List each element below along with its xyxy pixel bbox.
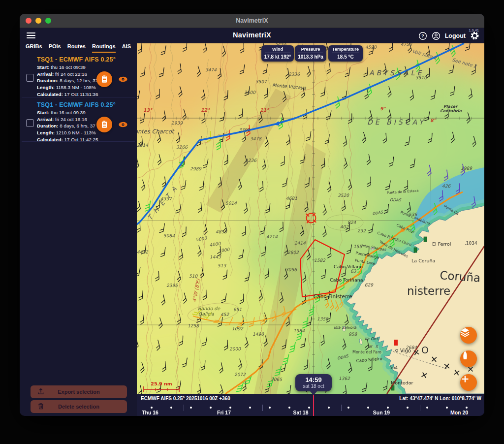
- timeline-tick-dot: [229, 407, 231, 409]
- layers-button[interactable]: [460, 327, 477, 344]
- export-selection-button[interactable]: Export selection: [31, 385, 127, 398]
- timeline-day-label: Sun 19: [373, 410, 390, 415]
- logout-button[interactable]: Logout: [445, 32, 466, 39]
- svg-text:Cantabria: Cantabria: [440, 109, 462, 113]
- svg-text:510: 510: [189, 274, 198, 279]
- svg-text:ODAS: ODAS: [390, 198, 402, 202]
- routing-checkbox[interactable]: [26, 74, 34, 82]
- boat-icon: [460, 350, 470, 360]
- svg-text:11°: 11°: [260, 107, 269, 113]
- svg-text:Cabo Finisterre: Cabo Finisterre: [314, 293, 352, 299]
- svg-text:Vigo: Vigo: [400, 348, 411, 353]
- layers-icon: [460, 327, 470, 337]
- svg-text:DE BISCAY: DE BISCAY: [367, 118, 426, 126]
- svg-text:La Coruña: La Coruña: [411, 258, 435, 263]
- timeline-tick-dot: [328, 407, 330, 409]
- routing-field: Length: 1158.3 NM - 108%: [37, 84, 137, 91]
- svg-text:ABYSSALE: ABYSSALE: [369, 69, 424, 77]
- grib-info-label: ECMWF AIFS 0.25° 20251016 00Z +360: [141, 396, 230, 401]
- app-header: NavimetriX 1.0.41 ? Logout: [20, 28, 484, 43]
- svg-text:2414: 2414: [294, 241, 306, 246]
- svg-text:1582: 1582: [314, 258, 326, 263]
- svg-text:13°: 13°: [143, 107, 153, 113]
- svg-text:1984: 1984: [293, 328, 305, 333]
- svg-text:3507: 3507: [255, 79, 267, 84]
- svg-text:Galicia: Galicia: [198, 311, 214, 317]
- routing-visibility-eye-icon[interactable]: [118, 76, 128, 83]
- add-button[interactable]: [460, 374, 477, 391]
- routing-checkbox[interactable]: [26, 119, 34, 127]
- svg-text:3474: 3474: [205, 67, 217, 72]
- zoom-window-button[interactable]: [45, 18, 51, 24]
- svg-text:Placer: Placer: [443, 104, 458, 109]
- svg-text:3065: 3065: [271, 377, 283, 382]
- svg-text:Isla Salvora: Isla Salvora: [334, 325, 357, 330]
- svg-text:2336: 2336: [288, 72, 300, 77]
- svg-text:8°: 8°: [430, 118, 437, 123]
- chart-canvas[interactable]: 4750459036702336351035003474350729393392…: [137, 43, 484, 394]
- routing-title: TSQ1 - ECMWF AIFS 0.25°: [37, 56, 137, 63]
- svg-text:2939: 2939: [171, 121, 183, 126]
- export-selection-label: Export selection: [58, 389, 100, 395]
- boat-button[interactable]: [460, 350, 477, 367]
- svg-text:1443: 1443: [210, 254, 221, 259]
- settings-gear-icon[interactable]: [470, 31, 479, 40]
- svg-text:1989: 1989: [461, 166, 472, 171]
- routing-card[interactable]: TSQ1 - ECMWF AIFS 0.25° Start: thu 16 oc…: [20, 56, 137, 98]
- timeline-tick-dot: [407, 407, 409, 409]
- app-window: NavimetriX NavimetriX 1.0.41 ? Logout GR…: [20, 14, 484, 416]
- tab-gribs[interactable]: GRIBs: [26, 43, 42, 53]
- routing-field: Start: thu 16 oct 09:39: [37, 64, 137, 71]
- tab-ais[interactable]: AIS: [122, 43, 131, 53]
- timeline-tick-dot: [190, 407, 192, 409]
- tab-pois[interactable]: POIs: [49, 43, 61, 53]
- wind-badge-value: 17.8 kt 192°: [261, 54, 294, 60]
- card-divider: [22, 97, 135, 97]
- svg-text:1362: 1362: [339, 376, 350, 381]
- routing-field: Start: thu 16 oct 09:39: [37, 109, 137, 116]
- routing-report-button[interactable]: [96, 117, 112, 132]
- delete-selection-button[interactable]: Delete selection: [31, 400, 127, 413]
- tab-routes[interactable]: Routes: [67, 43, 86, 53]
- trash-icon: [37, 403, 44, 411]
- svg-text:2914: 2914: [137, 143, 148, 148]
- routing-report-button[interactable]: [96, 71, 112, 87]
- help-icon[interactable]: ?: [418, 32, 427, 40]
- temperature-badge-value: 18.5 °C: [328, 54, 363, 60]
- tooltip-pointer: [310, 391, 317, 399]
- svg-text:Monte del Faro: Monte del Faro: [352, 350, 381, 354]
- svg-text:4850: 4850: [216, 229, 227, 234]
- svg-text:3056: 3056: [285, 267, 297, 272]
- account-icon[interactable]: [432, 32, 441, 40]
- svg-text:3392: 3392: [239, 127, 251, 132]
- traffic-lights[interactable]: [26, 18, 51, 24]
- plus-icon: [460, 374, 470, 384]
- svg-text:M S: M S: [369, 345, 379, 349]
- timeline-tick-dot: [308, 407, 310, 409]
- close-window-button[interactable]: [26, 18, 32, 24]
- svg-text:3520: 3520: [338, 193, 349, 198]
- svg-text:4590: 4590: [365, 45, 377, 50]
- tab-routings[interactable]: Routings: [92, 43, 116, 53]
- svg-text:2802: 2802: [287, 250, 299, 255]
- svg-text:2000: 2000: [229, 347, 241, 351]
- pressure-badge: Pressure 1013.3 hPa: [295, 45, 326, 62]
- svg-text:4714: 4714: [266, 234, 278, 239]
- window-title: NavimetriX: [236, 17, 268, 24]
- export-icon: [37, 388, 44, 396]
- routing-visibility-eye-icon[interactable]: [118, 121, 128, 128]
- svg-text:9°: 9°: [380, 106, 386, 111]
- svg-text:5084: 5084: [163, 233, 175, 238]
- svg-text:.1034: .1034: [465, 241, 477, 246]
- timeline-day-label: Thu 16: [142, 410, 158, 415]
- svg-text:1258: 1258: [188, 323, 199, 328]
- current-time: 14:59: [295, 376, 332, 383]
- svg-text:402: 402: [340, 224, 349, 229]
- timeline-tick-dot: [387, 407, 389, 409]
- routing-card[interactable]: TSQ1 - ECMWF AIFS 0.25° Start: thu 16 oc…: [20, 101, 137, 143]
- svg-text:232: 232: [357, 228, 366, 233]
- nautical-chart-map[interactable]: 4750459036702336351035003474350729393392…: [137, 43, 484, 394]
- svg-text:O: O: [421, 345, 429, 355]
- timeline-tick-dot: [269, 407, 271, 409]
- minimize-window-button[interactable]: [35, 18, 41, 24]
